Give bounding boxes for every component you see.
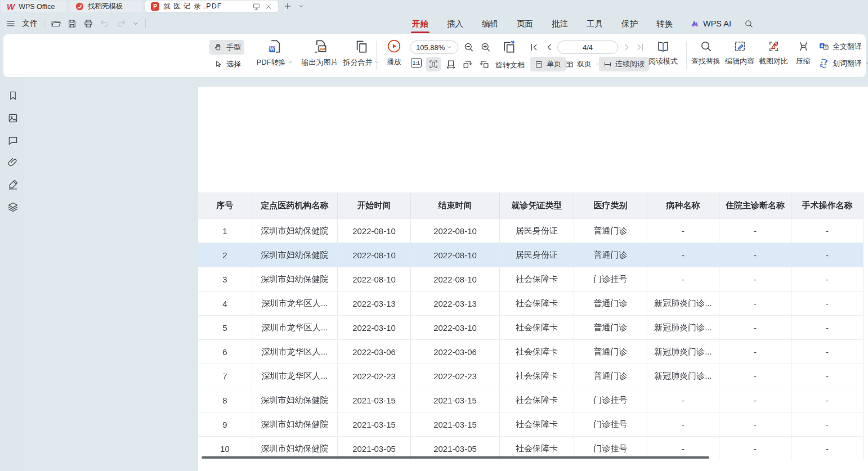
zoom-level-combobox[interactable]: 105.88% — [410, 41, 458, 54]
comment-icon[interactable] — [7, 135, 19, 146]
thumbnail-icon[interactable] — [7, 113, 19, 124]
first-page-icon[interactable] — [529, 42, 539, 52]
next-page-icon[interactable] — [621, 42, 632, 52]
rotate-right-icon[interactable] — [479, 59, 490, 70]
fit-page-icon — [428, 59, 439, 69]
menu-page[interactable]: 页面 — [516, 16, 534, 32]
tab-document[interactable]: P 就 医 记 录 .PDF — [145, 1, 278, 12]
table-row[interactable]: 1深圳市妇幼保健院2022-08-102022-08-10居民身份证普通门诊--… — [198, 218, 863, 243]
document-viewport[interactable]: 序号定点医药机构名称开始时间结束时间就诊凭证类型医疗类别病种名称住院主诊断名称手… — [25, 77, 868, 471]
single-page-button[interactable]: 单页 — [530, 57, 566, 71]
table-cell: - — [791, 316, 863, 339]
table-row[interactable]: 6深圳市龙华区人...2022-03-062022-03-06社会保障卡普通门诊… — [198, 339, 863, 364]
tab-list-chevron-icon[interactable] — [298, 3, 305, 10]
menu-edit[interactable]: 编辑 — [481, 16, 499, 32]
table-cell: 4 — [198, 291, 252, 315]
new-tab-icon[interactable] — [283, 2, 292, 11]
edit-content-button[interactable]: 编辑内容 — [724, 40, 755, 66]
tab-docer-templates[interactable]: 找稻壳模板 — [70, 1, 142, 12]
table-cell: - — [791, 437, 863, 460]
table-body: 1深圳市妇幼保健院2022-08-102022-08-10居民身份证普通门诊--… — [198, 218, 863, 460]
export-image-icon — [312, 39, 328, 54]
layers-icon[interactable] — [7, 201, 19, 213]
full-translate-button[interactable]: A 文 全文翻译 — [818, 41, 862, 52]
table-cell: 2022-08-10 — [411, 243, 500, 267]
rotate-left-icon[interactable] — [462, 59, 473, 70]
file-menu[interactable]: 文件 — [22, 19, 38, 29]
continuous-reading-button[interactable]: 连续阅读 — [599, 57, 649, 71]
table-cell: 7 — [198, 364, 252, 388]
menu-wps-ai[interactable]: WPS AI — [690, 19, 731, 28]
menu-search-icon[interactable] — [744, 19, 754, 29]
word-translate-button[interactable]: x A 划词翻译 — [818, 58, 868, 69]
redo-icon[interactable] — [116, 19, 126, 29]
table-cell: 6 — [198, 340, 252, 364]
close-tab-icon[interactable] — [265, 3, 272, 11]
menu-home[interactable]: 开始 — [411, 16, 429, 32]
pdf-convert-label: PDF转换 — [257, 58, 286, 66]
table-cell: 2022-03-13 — [338, 291, 411, 315]
table-row[interactable]: 7深圳市龙华区人...2022-02-232022-02-23社会保障卡普通门诊… — [198, 364, 863, 388]
attachment-icon[interactable] — [7, 157, 19, 168]
menu-comment[interactable]: 批注 — [551, 16, 569, 32]
table-cell: - — [719, 316, 791, 339]
fit-page-button[interactable] — [426, 57, 441, 71]
table-cell: 深圳市龙华区人... — [252, 364, 338, 388]
table-row[interactable]: 9深圳市妇幼保健院2021-03-152021-03-15社会保障卡门诊挂号--… — [198, 412, 863, 436]
cursor-icon — [214, 60, 223, 69]
rotate-document-label[interactable]: 旋转文档 — [495, 60, 525, 70]
zoom-out-icon[interactable] — [463, 42, 475, 53]
read-mode-button[interactable]: 阅读模式 — [645, 40, 681, 66]
print-icon[interactable] — [83, 19, 93, 29]
one-to-one-icon: 1:1 — [411, 58, 422, 68]
table-cell: 1 — [198, 219, 252, 243]
last-page-icon[interactable] — [635, 42, 645, 52]
menu-tools[interactable]: 工具 — [585, 16, 604, 32]
table-cell: 新冠肺炎门诊... — [647, 291, 719, 315]
signature-icon[interactable] — [7, 179, 19, 190]
swap-pages-icon[interactable] — [502, 40, 517, 55]
double-page-button[interactable]: 双页 — [563, 57, 602, 71]
compress-button[interactable]: 压缩 — [790, 40, 816, 66]
table-cell: 新冠肺炎门诊... — [647, 340, 719, 364]
play-icon — [387, 39, 401, 53]
double-page-label: 双页 — [577, 59, 592, 69]
find-replace-button[interactable]: 查找替换 — [690, 40, 722, 66]
fit-width-button[interactable] — [444, 57, 458, 71]
menu-protect[interactable]: 保护 — [620, 16, 639, 32]
bookmark-icon[interactable] — [7, 90, 19, 101]
table-row[interactable]: 5深圳市龙华区人...2022-03-102022-03-10社会保障卡普通门诊… — [198, 315, 863, 339]
undo-icon[interactable] — [100, 19, 110, 29]
menu-insert[interactable]: 插入 — [446, 16, 464, 32]
save-icon[interactable] — [67, 19, 77, 29]
tab-wps-office[interactable]: W WPS Office — [1, 1, 66, 12]
hamburger-icon[interactable] — [6, 19, 16, 29]
actual-size-button[interactable]: 1:1 — [411, 58, 422, 68]
select-tool-button[interactable]: 选择 — [209, 57, 244, 71]
open-folder-icon[interactable] — [51, 19, 61, 29]
play-button[interactable]: 播放 — [382, 39, 406, 67]
table-row[interactable]: 3深圳市妇幼保健院2022-08-102022-08-10社会保障卡门诊挂号--… — [198, 267, 863, 291]
pdf-convert-button[interactable]: W PDF转换 — [253, 39, 296, 68]
export-image-button[interactable]: 输出为图片 — [297, 39, 342, 68]
screenshot-compare-button[interactable]: 截图对比 — [758, 40, 789, 66]
monitor-icon[interactable] — [252, 2, 261, 11]
table-cell: 社会保障卡 — [500, 267, 574, 291]
hand-tool-button[interactable]: 手型 — [209, 40, 244, 55]
table-row[interactable]: 8深圳市妇幼保健院2021-03-152021-03-15社会保障卡门诊挂号--… — [198, 388, 863, 412]
column-header: 序号 — [198, 192, 252, 218]
menu-convert[interactable]: 转换 — [655, 16, 674, 32]
column-header: 病种名称 — [647, 192, 719, 218]
previous-page-icon[interactable] — [544, 42, 554, 52]
tab-label: 找稻壳模板 — [88, 2, 123, 11]
horizontal-scrollbar-thumb[interactable] — [202, 456, 709, 459]
wps-ai-logo-icon — [690, 19, 700, 28]
column-header: 手术操作名称 — [791, 192, 863, 218]
undo-history-chevron-icon[interactable] — [132, 20, 139, 27]
table-row[interactable]: 4深圳市龙华区人...2022-03-132022-03-13社会保障卡普通门诊… — [198, 291, 863, 315]
find-replace-label: 查找替换 — [691, 57, 721, 65]
table-row[interactable]: 2深圳市妇幼保健院2022-08-102022-08-10居民身份证普通门诊--… — [198, 243, 863, 267]
page-number-field[interactable]: 4/4 — [557, 41, 618, 54]
export-image-label: 输出为图片 — [302, 58, 338, 66]
zoom-in-icon[interactable] — [480, 42, 491, 53]
